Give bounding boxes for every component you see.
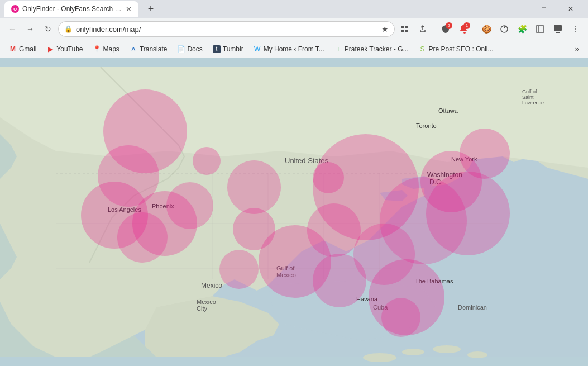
more-bookmarks-button[interactable]: » <box>571 44 584 54</box>
bookmark-docs[interactable]: 📄 Docs <box>173 44 207 54</box>
bookmark-prepost[interactable]: S Pre Post SEO : Onli... <box>414 44 498 54</box>
forward-button[interactable]: → <box>22 21 38 37</box>
shield-button[interactable]: 2 <box>438 21 453 37</box>
map-container[interactable]: Ottawa Toronto New York Washington D.C. … <box>0 58 588 366</box>
svg-rect-5 <box>536 26 544 32</box>
profile-icon-button[interactable] <box>397 21 413 37</box>
svg-rect-0 <box>401 26 404 28</box>
prepost-icon: S <box>418 45 426 53</box>
svg-rect-1 <box>405 26 408 28</box>
tab-bar: O OnlyFinder - OnlyFans Search Eng... ✕ … <box>4 1 159 17</box>
svg-rect-7 <box>554 25 562 31</box>
bookmark-gmail-label: Gmail <box>19 45 36 53</box>
bookmark-translate[interactable]: A Translate <box>125 44 172 54</box>
cookie-icon-button[interactable]: 🍪 <box>479 21 494 37</box>
toolbar-divider <box>434 23 434 35</box>
bookmark-prateek[interactable]: + Prateek Tracker - G... <box>330 44 413 54</box>
myhome-icon: W <box>254 45 261 53</box>
svg-point-17 <box>363 353 396 362</box>
svg-rect-3 <box>405 30 408 32</box>
bookmark-youtube-label: YouTube <box>56 45 83 53</box>
translate-icon: A <box>130 45 137 53</box>
address-text: onlyfinder.com/map/ <box>76 25 378 34</box>
tumblr-icon: t <box>213 45 221 53</box>
tab-title: OnlyFinder - OnlyFans Search Eng... <box>22 5 122 13</box>
sidebar-icon-button[interactable] <box>532 21 548 37</box>
toolbar-divider2 <box>475 23 475 35</box>
share-icon-button[interactable] <box>415 21 431 37</box>
account-icon-button[interactable] <box>550 21 566 37</box>
shield-badge: 2 <box>446 22 452 29</box>
bookmarks-bar: M Gmail ▶ YouTube 📍 Maps A Translate 📄 D… <box>0 40 588 58</box>
toolbar: ← → ↻ 🔒 onlyfinder.com/map/ ★ 2 1 🍪 🧩 <box>0 18 588 40</box>
svg-rect-2 <box>401 30 404 32</box>
bookmark-myhome[interactable]: W My Home ‹ From T... <box>249 44 329 54</box>
svg-point-18 <box>402 349 424 355</box>
titlebar: O OnlyFinder - OnlyFans Search Eng... ✕ … <box>0 0 588 18</box>
active-tab[interactable]: O OnlyFinder - OnlyFans Search Eng... ✕ <box>4 1 138 17</box>
lock-icon: 🔒 <box>64 25 73 33</box>
close-button[interactable]: ✕ <box>558 0 584 18</box>
bell-button[interactable]: 1 <box>456 21 471 37</box>
address-bar[interactable]: 🔒 onlyfinder.com/map/ ★ <box>58 21 395 37</box>
bookmark-myhome-label: My Home ‹ From T... <box>264 45 324 53</box>
bookmark-prepost-label: Pre Post SEO : Onli... <box>428 45 493 53</box>
gmail-icon: M <box>9 45 17 53</box>
bell-badge: 1 <box>463 22 470 29</box>
minimize-button[interactable]: ─ <box>504 0 530 18</box>
docs-icon: 📄 <box>177 45 185 53</box>
star-icon[interactable]: ★ <box>381 25 389 34</box>
window-controls: ─ □ ✕ <box>504 0 584 18</box>
bookmark-youtube[interactable]: ▶ YouTube <box>42 44 87 54</box>
puzzle-icon-button[interactable]: 🧩 <box>514 21 530 37</box>
tab-close-button[interactable]: ✕ <box>126 5 132 13</box>
refresh-icon-button[interactable] <box>496 21 512 37</box>
prateek-icon: + <box>334 45 342 53</box>
toolbar-icons: 2 1 🍪 🧩 ⋮ <box>397 21 584 37</box>
back-button[interactable]: ← <box>4 21 20 37</box>
bookmark-maps[interactable]: 📍 Maps <box>89 44 124 54</box>
bookmark-tumblr[interactable]: t Tumblr <box>208 44 248 54</box>
new-tab-button[interactable]: + <box>143 1 159 17</box>
bookmark-translate-label: Translate <box>140 45 168 53</box>
tab-favicon: O <box>11 5 19 13</box>
reload-button[interactable]: ↻ <box>40 21 56 37</box>
menu-icon-button[interactable]: ⋮ <box>568 21 584 37</box>
bookmark-prateek-label: Prateek Tracker - G... <box>345 45 409 53</box>
bookmark-maps-label: Maps <box>103 45 119 53</box>
bookmark-docs-label: Docs <box>187 45 202 53</box>
bookmark-gmail[interactable]: M Gmail <box>4 44 41 54</box>
svg-point-20 <box>467 351 487 358</box>
svg-point-19 <box>433 345 461 353</box>
svg-rect-8 <box>556 32 560 33</box>
map-svg <box>0 58 588 366</box>
youtube-icon: ▶ <box>46 45 54 53</box>
bookmark-tumblr-label: Tumblr <box>223 45 243 53</box>
maximize-button[interactable]: □ <box>531 0 557 18</box>
maps-icon: 📍 <box>93 45 101 53</box>
